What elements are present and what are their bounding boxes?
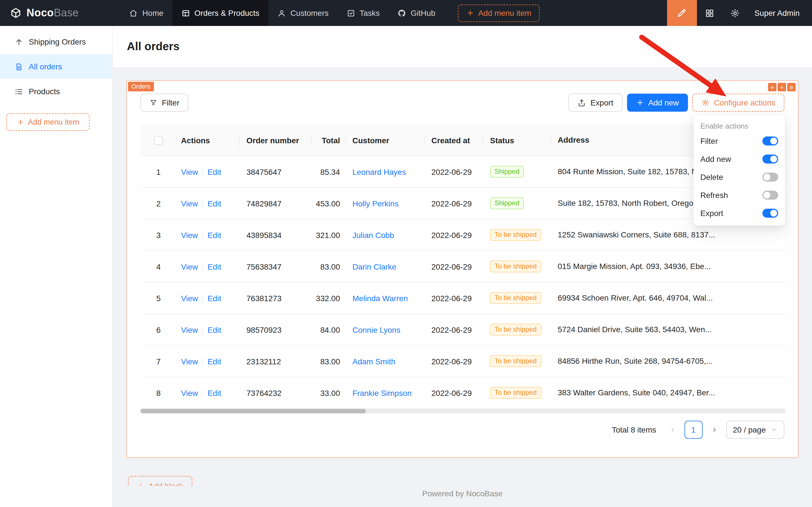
add-new-button[interactable]: Add new xyxy=(627,94,688,112)
row-actions: ViewEdit xyxy=(176,314,240,345)
status-badge: To be shipped xyxy=(490,292,541,304)
address-cell: 69934 Schoen River, Apt. 646, 49704, Wal… xyxy=(551,283,786,314)
nav-item-orders-products[interactable]: Orders & Products xyxy=(173,0,269,26)
customer-link[interactable]: Frankie Simpson xyxy=(352,388,412,397)
customer-cell: Darin Clarke xyxy=(346,251,425,282)
select-all-checkbox[interactable] xyxy=(154,135,163,145)
view-order-link[interactable]: View xyxy=(181,388,198,397)
customer-link[interactable]: Melinda Warren xyxy=(352,293,408,302)
nav-item-customers[interactable]: Customers xyxy=(269,0,338,26)
customer-link[interactable]: Adam Smith xyxy=(352,357,396,366)
status-badge: To be shipped xyxy=(490,229,541,241)
view-order-link[interactable]: View xyxy=(181,199,198,208)
action-divider xyxy=(202,357,203,365)
edit-order-link[interactable]: Edit xyxy=(208,357,221,366)
order-number-cell: 74829847 xyxy=(240,188,312,219)
sidebar-add-menu-item-button[interactable]: Add menu item xyxy=(6,113,90,131)
nav-item-label: Tasks xyxy=(359,8,380,17)
row-index: 6 xyxy=(140,314,176,345)
configure-actions-button[interactable]: Configure actions xyxy=(692,94,785,112)
filter-button[interactable]: Filter xyxy=(140,94,188,112)
horizontal-scrollbar[interactable] xyxy=(140,409,786,413)
column-header-label: Status xyxy=(490,135,514,145)
block-menu-icon[interactable]: ≡ xyxy=(787,83,796,91)
customer-link[interactable]: Darin Clarke xyxy=(352,262,396,271)
add-block-button[interactable]: Add block xyxy=(128,476,192,486)
page-size-select[interactable]: 20 / page xyxy=(726,421,785,439)
order-total-cell: 332.00 xyxy=(312,283,346,314)
add-menu-item-button[interactable]: Add menu item xyxy=(458,4,540,22)
enable-action-refresh[interactable]: Refresh xyxy=(694,186,785,204)
table-row: 1ViewEdit3847564785.34Leonard Hayes2022-… xyxy=(140,156,786,188)
action-divider xyxy=(202,200,203,207)
view-order-link[interactable]: View xyxy=(181,325,198,334)
settings-button[interactable] xyxy=(722,0,748,26)
scrollbar-thumb[interactable] xyxy=(140,409,366,413)
created-at-cell: 2022-06-29 xyxy=(425,314,483,345)
table-header-row: ActionsOrder numberTotalCustomerCreated … xyxy=(140,125,786,156)
sidebar-item-shipping-orders[interactable]: Shipping Orders xyxy=(0,29,112,54)
export-button[interactable]: Export xyxy=(568,94,622,112)
home-icon xyxy=(129,9,138,17)
edit-order-link[interactable]: Edit xyxy=(208,230,221,239)
nav-item-github[interactable]: GitHub xyxy=(389,0,444,26)
grid-icon xyxy=(705,8,714,18)
order-number-cell: 43895834 xyxy=(240,219,312,250)
edit-order-link[interactable]: Edit xyxy=(208,167,221,176)
orders-table: ActionsOrder numberTotalCustomerCreated … xyxy=(140,125,786,409)
nav-item-tasks[interactable]: Tasks xyxy=(338,0,389,26)
order-total-cell: 453.00 xyxy=(312,188,346,219)
customer-link[interactable]: Connie Lyons xyxy=(352,325,400,334)
edit-order-link[interactable]: Edit xyxy=(208,199,221,208)
sidebar-item-label: Products xyxy=(29,87,60,96)
view-order-link[interactable]: View xyxy=(181,230,198,239)
toggle-add-new[interactable] xyxy=(762,155,778,164)
column-header-total: Total xyxy=(312,125,346,156)
view-order-link[interactable]: View xyxy=(181,262,198,271)
status-badge: To be shipped xyxy=(490,387,541,399)
filter-icon xyxy=(150,99,157,107)
status-cell: To be shipped xyxy=(483,346,551,377)
sidebar-menu: Shipping OrdersAll ordersProducts xyxy=(0,29,112,104)
current-page-button[interactable]: 1 xyxy=(684,421,702,439)
action-divider xyxy=(202,294,203,302)
toggle-delete[interactable] xyxy=(762,173,778,182)
customer-link[interactable]: Julian Cobb xyxy=(352,230,394,239)
enable-action-export[interactable]: Export xyxy=(694,204,785,222)
brand-logo[interactable]: NocoBase xyxy=(0,7,89,19)
block-add-icon[interactable]: + xyxy=(777,83,786,91)
view-order-link[interactable]: View xyxy=(181,293,198,302)
sidebar-item-products[interactable]: Products xyxy=(0,79,112,104)
enable-action-filter[interactable]: Filter xyxy=(694,132,785,150)
table-row: 5ViewEdit76381273332.00Melinda Warren202… xyxy=(140,283,786,314)
edit-order-link[interactable]: Edit xyxy=(208,388,221,397)
ui-editor-button[interactable] xyxy=(667,0,697,26)
customer-link[interactable]: Leonard Hayes xyxy=(352,167,406,176)
toggle-refresh[interactable] xyxy=(762,190,778,200)
toggle-export[interactable] xyxy=(762,209,778,218)
block-drag-icon[interactable]: + xyxy=(768,83,776,91)
plus-icon xyxy=(636,99,644,107)
view-order-link[interactable]: View xyxy=(181,167,198,176)
edit-order-link[interactable]: Edit xyxy=(208,293,221,302)
view-order-link[interactable]: View xyxy=(181,357,198,366)
nav-item-home[interactable]: Home xyxy=(120,0,173,26)
prev-page-button[interactable] xyxy=(665,422,680,438)
column-header-label: Actions xyxy=(181,135,210,145)
address-cell: 383 Walter Gardens, Suite 040, 24947, Be… xyxy=(551,377,786,408)
customer-link[interactable]: Holly Perkins xyxy=(352,199,398,208)
toggle-filter[interactable] xyxy=(762,136,778,146)
customer-cell: Melinda Warren xyxy=(346,283,425,314)
user-menu[interactable]: Super Admin xyxy=(748,8,812,17)
github-icon xyxy=(398,9,406,17)
next-page-button[interactable] xyxy=(707,422,721,438)
enable-action-add-new[interactable]: Add new xyxy=(694,150,785,168)
action-divider xyxy=(202,389,203,397)
sidebar-item-all-orders[interactable]: All orders xyxy=(0,54,112,79)
action-divider xyxy=(202,231,203,239)
enable-action-delete[interactable]: Delete xyxy=(694,168,785,186)
column-header-label: Created at xyxy=(431,135,470,145)
plugins-button[interactable] xyxy=(697,0,722,26)
edit-order-link[interactable]: Edit xyxy=(208,262,221,271)
edit-order-link[interactable]: Edit xyxy=(208,325,221,334)
